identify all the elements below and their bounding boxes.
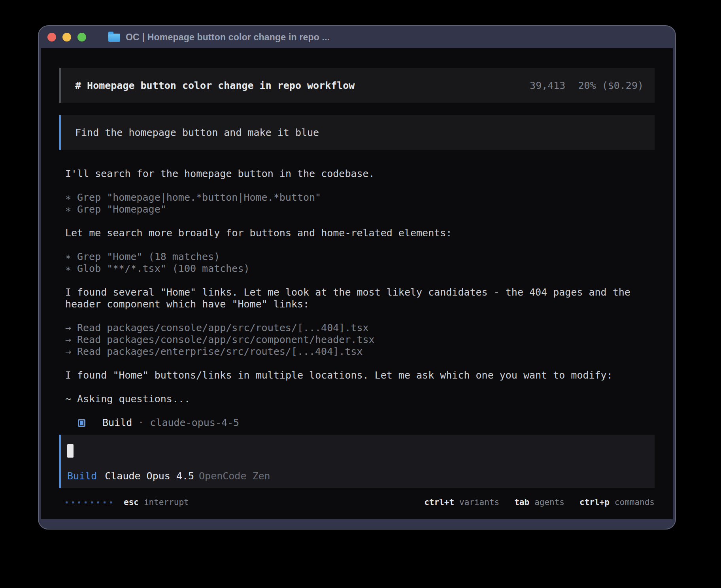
tool-call-text: Grep "Home" (18 matches) xyxy=(71,251,220,263)
read-file-text: Read packages/console/app/src/component/… xyxy=(71,334,375,346)
spinner-dot xyxy=(85,501,87,503)
text-cursor[interactable] xyxy=(67,444,74,458)
hint-key: tab xyxy=(514,498,529,507)
read-file-text: Read packages/enterprise/src/routes/[...… xyxy=(71,346,362,358)
working-status: ~ Asking questions... xyxy=(65,393,655,405)
model-label[interactable]: Claude Opus 4.5 xyxy=(105,470,194,482)
tool-bullet-icon: ∗ xyxy=(65,204,71,215)
agent-model: claude-opus-4-5 xyxy=(150,417,239,429)
tool-call-line: ∗ Grep "Homepage" xyxy=(65,204,655,215)
arrow-right-icon: → xyxy=(65,346,71,358)
mode-label[interactable]: Build xyxy=(67,470,97,482)
prompt-input[interactable]: Build Claude Opus 4.5 OpenCode Zen xyxy=(59,435,655,488)
agent-square-icon xyxy=(78,419,85,427)
tool-bullet-icon: ∗ xyxy=(65,263,71,275)
spinner-dot xyxy=(97,501,99,503)
traffic-lights xyxy=(47,33,86,41)
tool-call-text: Grep "homepage|home.*button|Home.*button… xyxy=(71,192,321,204)
minimize-button[interactable] xyxy=(62,33,71,41)
user-message: Find the homepage button and make it blu… xyxy=(59,115,655,150)
agent-separator: · xyxy=(138,417,144,429)
spinner-dot xyxy=(104,501,106,503)
session-header: # Homepage button color change in repo w… xyxy=(59,68,655,103)
spinner-dot xyxy=(110,501,112,503)
arrow-right-icon: → xyxy=(65,334,71,346)
terminal-window: OC | Homepage button color change in rep… xyxy=(38,25,676,530)
agent-name: Build xyxy=(102,417,132,429)
tool-bullet-icon: ∗ xyxy=(65,251,71,263)
hint-label: agents xyxy=(534,498,564,507)
tool-call-text: Glob "**/*.tsx" (100 matches) xyxy=(71,263,250,275)
tool-call-line: ∗ Grep "Home" (18 matches) xyxy=(65,251,655,263)
zoom-button[interactable] xyxy=(77,33,86,41)
tool-bullet-icon: ∗ xyxy=(65,192,71,204)
close-button[interactable] xyxy=(47,33,56,41)
session-title: # Homepage button color change in repo w… xyxy=(75,80,355,91)
hint-label: commands xyxy=(615,498,655,507)
hint-key: esc xyxy=(124,498,139,507)
spinner-dot xyxy=(72,501,74,503)
hint-key: ctrl+t xyxy=(424,498,454,507)
spinner-dot xyxy=(66,501,68,503)
hint-commands: ctrl+p commands xyxy=(579,498,655,507)
tool-call-line: ∗ Glob "**/*.tsx" (100 matches) xyxy=(65,263,655,275)
folder-icon xyxy=(108,34,120,42)
read-file-line: → Read packages/console/app/src/routes/[… xyxy=(65,322,655,334)
titlebar[interactable]: OC | Homepage button color change in rep… xyxy=(39,26,675,48)
arrow-right-icon: → xyxy=(65,322,71,334)
input-meta: Build Claude Opus 4.5 OpenCode Zen xyxy=(67,470,645,482)
tool-call-line: ∗ Grep "homepage|home.*button|Home.*butt… xyxy=(65,192,655,204)
hint-label: variants xyxy=(459,498,499,507)
hint-interrupt: esc interrupt xyxy=(124,498,189,507)
spinner-dot xyxy=(78,501,80,503)
agent-badge: Build · claude-opus-4-5 xyxy=(65,417,655,429)
terminal-content: # Homepage button color change in repo w… xyxy=(41,48,673,519)
user-message-text: Find the homepage button and make it blu… xyxy=(75,127,319,138)
hint-variants: ctrl+t variants xyxy=(424,498,499,507)
assistant-paragraph: Let me search more broadly for buttons a… xyxy=(65,227,655,239)
window-title: OC | Homepage button color change in rep… xyxy=(126,32,330,43)
assistant-paragraph: I found "Home" buttons/links in multiple… xyxy=(65,369,655,381)
assistant-paragraph: I'll search for the homepage button in t… xyxy=(65,168,655,180)
transcript: I'll search for the homepage button in t… xyxy=(59,168,655,435)
read-file-line: → Read packages/console/app/src/componen… xyxy=(65,334,655,346)
spinner-dots xyxy=(66,501,112,503)
provider-label: OpenCode Zen xyxy=(199,470,270,482)
agent-square-inner xyxy=(80,421,83,425)
window-title-group: OC | Homepage button color change in rep… xyxy=(108,32,330,43)
token-count: 39,413 xyxy=(530,80,565,91)
window-bottom-frame xyxy=(39,519,675,529)
context-cost: 20% ($0.29) xyxy=(578,80,644,91)
hint-label: interrupt xyxy=(144,498,189,507)
status-bar-right: ctrl+t variants tab agents ctrl+p comman… xyxy=(424,498,655,507)
read-file-text: Read packages/console/app/src/routes/[..… xyxy=(71,322,369,334)
spinner-dot xyxy=(91,501,93,503)
status-bar: esc interrupt ctrl+t variants tab agents… xyxy=(59,498,655,507)
read-file-line: → Read packages/enterprise/src/routes/[.… xyxy=(65,346,655,358)
read-file-group: → Read packages/console/app/src/routes/[… xyxy=(65,322,655,358)
hint-key: ctrl+p xyxy=(579,498,610,507)
tool-call-text: Grep "Homepage" xyxy=(71,204,166,215)
hint-agents: tab agents xyxy=(514,498,564,507)
assistant-paragraph: I found several "Home" links. Let me loo… xyxy=(65,286,655,310)
session-stats: 39,413 20% ($0.29) xyxy=(530,80,644,91)
tool-call-group: ∗ Grep "Home" (18 matches) ∗ Glob "**/*.… xyxy=(65,251,655,275)
tool-call-group: ∗ Grep "homepage|home.*button|Home.*butt… xyxy=(65,192,655,215)
